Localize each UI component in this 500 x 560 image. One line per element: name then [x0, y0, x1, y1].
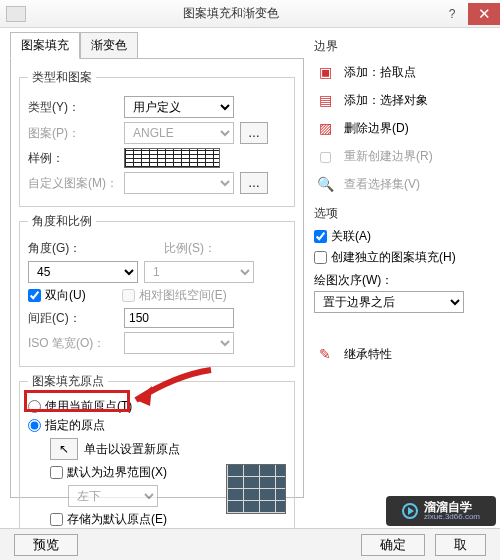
- add-select-icon[interactable]: ▤: [314, 89, 336, 111]
- cancel-button[interactable]: 取: [435, 534, 486, 556]
- recreate-boundary-icon: ▢: [314, 145, 336, 167]
- specify-origin-radio[interactable]: [28, 419, 41, 432]
- app-icon: [6, 6, 26, 22]
- inherit-icon[interactable]: ✎: [314, 343, 336, 365]
- set-origin-pick-button[interactable]: ↖: [50, 438, 78, 460]
- type-select[interactable]: 用户定义: [124, 96, 234, 118]
- options-header: 选项: [314, 205, 490, 222]
- delete-boundary-label[interactable]: 删除边界(D): [344, 120, 409, 137]
- help-button[interactable]: ?: [436, 3, 468, 25]
- view-selection-label: 查看选择集(V): [344, 176, 420, 193]
- tab-pattern-fill[interactable]: 图案填充: [10, 32, 80, 59]
- click-set-label: 单击以设置新原点: [84, 441, 180, 458]
- assoc-checkbox[interactable]: 关联(A): [314, 228, 490, 245]
- group-type-legend: 类型和图案: [28, 69, 96, 86]
- type-label: 类型(Y)：: [28, 99, 118, 116]
- pattern-browse-button[interactable]: …: [240, 122, 268, 144]
- delete-boundary-icon[interactable]: ▨: [314, 117, 336, 139]
- origin-preview-swatch: [226, 464, 286, 514]
- ok-button[interactable]: 确定: [361, 534, 425, 556]
- relpaper-checkbox: [122, 289, 135, 302]
- angle-label: 角度(G)：: [28, 240, 118, 257]
- use-current-origin-radio[interactable]: [28, 400, 41, 413]
- recreate-boundary-label: 重新创建边界(R): [344, 148, 433, 165]
- draw-order-select[interactable]: 置于边界之后: [314, 291, 464, 313]
- default-range-checkbox[interactable]: [50, 466, 63, 479]
- close-button[interactable]: ✕: [468, 3, 500, 25]
- double-checkbox[interactable]: 双向(U): [28, 287, 86, 304]
- tab-gradient[interactable]: 渐变色: [80, 32, 138, 59]
- add-pick-icon[interactable]: ▣: [314, 61, 336, 83]
- specify-origin-label: 指定的原点: [45, 417, 105, 434]
- add-select-label[interactable]: 添加：选择对象: [344, 92, 428, 109]
- range-pos-select: 左下: [68, 485, 158, 507]
- watermark-logo: 溜溜自学 zixue.3d66.com: [386, 496, 496, 526]
- pattern-swatch[interactable]: [124, 148, 220, 168]
- use-current-origin-label: 使用当前原点(T): [45, 398, 132, 415]
- pattern-select: ANGLE: [124, 122, 234, 144]
- pattern-label: 图案(P)：: [28, 125, 118, 142]
- angle-select[interactable]: 45: [28, 261, 138, 283]
- sample-label: 样例：: [28, 150, 118, 167]
- preview-button[interactable]: 预览: [14, 534, 78, 556]
- custom-pattern-label: 自定义图案(M)：: [28, 175, 118, 192]
- view-selection-icon: 🔍: [314, 173, 336, 195]
- isopen-select: [124, 332, 234, 354]
- custom-pattern-select: [124, 172, 234, 194]
- group-origin-legend: 图案填充原点: [28, 373, 108, 390]
- scale-select: 1: [144, 261, 254, 283]
- store-default-checkbox[interactable]: [50, 513, 63, 526]
- isopen-label: ISO 笔宽(O)：: [28, 335, 118, 352]
- inherit-label[interactable]: 继承特性: [344, 346, 392, 363]
- window-title: 图案填充和渐变色: [26, 5, 436, 22]
- custom-browse-button[interactable]: …: [240, 172, 268, 194]
- boundary-header: 边界: [314, 38, 490, 55]
- add-pick-label[interactable]: 添加：拾取点: [344, 64, 416, 81]
- draw-order-label: 绘图次序(W)：: [314, 272, 490, 289]
- spacing-label: 间距(C)：: [28, 310, 118, 327]
- indep-checkbox[interactable]: 创建独立的图案填充(H): [314, 249, 490, 266]
- scale-label: 比例(S)：: [164, 240, 216, 257]
- spacing-input[interactable]: [124, 308, 234, 328]
- group-angle-legend: 角度和比例: [28, 213, 96, 230]
